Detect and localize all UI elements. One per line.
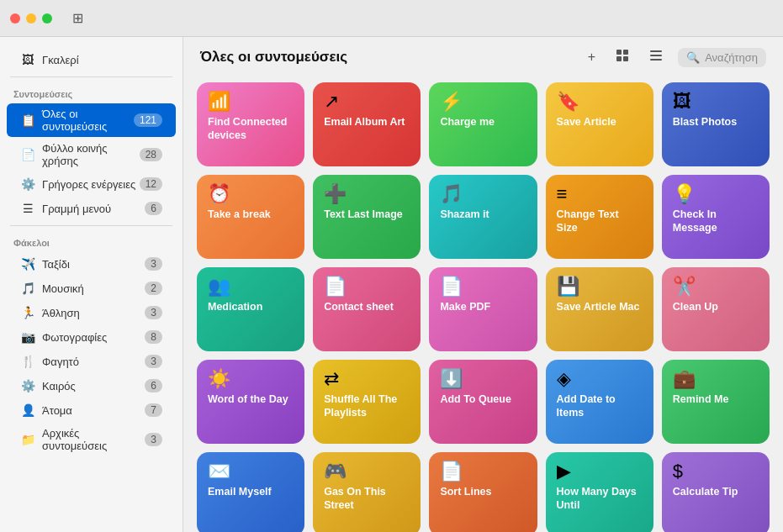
sidebar-item-people[interactable]: 👤 Άτομα 7 (7, 398, 176, 422)
section-label-shortcuts: Συντομεύσεις (0, 82, 183, 103)
shortcut-card[interactable]: ≡Change Text Size (546, 175, 653, 259)
titlebar: ⊞ (0, 0, 783, 37)
shortcut-card[interactable]: 💼Remind Me (662, 360, 770, 444)
all-shortcuts-label: Όλες οι συντομεύσεις (42, 108, 134, 133)
main-content: Όλες οι συντομεύσεις + 🔍 Αναζήτηση 📶Find… (183, 37, 783, 532)
sidebar-item-quick-actions[interactable]: ⚙️ Γρήγορες ενέργειες 12 (7, 172, 176, 196)
minimize-button[interactable] (26, 13, 36, 24)
sidebar-item-music[interactable]: 🎵 Μουσική 2 (7, 277, 176, 300)
shortcut-card[interactable]: ⬇️Add To Queue (429, 360, 537, 444)
all-shortcuts-icon: 📋 (20, 113, 35, 128)
traffic-lights (10, 13, 52, 24)
card-icon: ⇄ (324, 370, 410, 388)
card-icon: 💾 (557, 277, 643, 296)
card-label: Blast Photos (673, 116, 759, 129)
shortcut-card[interactable]: 👥Medication (197, 267, 304, 351)
sidebar-toggle-button[interactable]: ⊞ (72, 10, 83, 26)
music-label: Μουσική (42, 282, 145, 295)
sidebar-item-shared-sheet[interactable]: 📄 Φύλλο κοινής χρήσης 28 (7, 138, 176, 171)
shortcuts-grid: 📶Find Connected devices↗Email Album Art⚡… (183, 77, 783, 532)
food-label: Φαγητό (42, 356, 145, 368)
sidebar-item-photos[interactable]: 📷 Φωτογραφίες 8 (7, 325, 176, 349)
card-label: Add Date to Items (557, 393, 643, 419)
card-icon: ≡ (557, 185, 643, 203)
sidebar-item-starter-shortcuts[interactable]: 📁 Αρχικές συντομεύσεις 3 (7, 423, 176, 456)
card-label: Shuffle All The Playlists (324, 393, 410, 419)
add-button[interactable]: + (583, 46, 600, 68)
sidebar-item-travel[interactable]: ✈️ Ταξίδι 3 (7, 252, 176, 276)
card-label: Charge me (440, 116, 526, 129)
search-box[interactable]: 🔍 Αναζήτηση (678, 48, 766, 67)
travel-icon: ✈️ (20, 256, 35, 271)
card-icon: ⬇️ (440, 370, 526, 388)
shortcut-card[interactable]: ✂️Clean Up (662, 267, 770, 351)
music-count: 2 (145, 282, 162, 295)
card-label: Find Connected devices (208, 116, 294, 142)
photos-label: Φωτογραφίες (42, 331, 145, 344)
shortcut-card[interactable]: ⇄Shuffle All The Playlists (313, 360, 421, 444)
shortcut-card[interactable]: 💡Check In Message (662, 175, 770, 259)
card-label: Check In Message (673, 208, 759, 234)
sidebar-item-menu-bar[interactable]: ☰ Γραμμή μενού 6 (7, 197, 176, 220)
sidebar-item-all-shortcuts[interactable]: 📋 Όλες οι συντομεύσεις 121 (7, 103, 176, 137)
shortcut-card[interactable]: 🎵Shazam it (429, 175, 537, 259)
shortcut-card[interactable]: $Calculate Tip (662, 452, 770, 532)
photos-count: 8 (145, 330, 162, 344)
card-label: Text Last Image (324, 208, 410, 222)
shortcut-card[interactable]: 🔖Save Article (546, 82, 653, 166)
search-icon: 🔍 (686, 51, 700, 64)
card-label: Gas On This Street (324, 486, 410, 512)
sports-icon: 🏃 (20, 305, 35, 320)
card-label: Add To Queue (440, 393, 526, 407)
gallery-icon: 🖼 (20, 52, 35, 67)
card-icon: ☀️ (208, 370, 294, 388)
shortcut-card[interactable]: ↗Email Album Art (313, 82, 421, 166)
svg-rect-0 (616, 50, 622, 55)
card-icon: 👥 (208, 277, 294, 296)
grid-view-button[interactable] (611, 45, 634, 69)
shortcut-card[interactable]: 📶Find Connected devices (197, 82, 304, 166)
shortcut-card[interactable]: ➕Text Last Image (313, 175, 421, 259)
card-icon: ⚡ (440, 92, 526, 111)
shared-sheet-count: 28 (140, 148, 162, 161)
weather-icon: ⚙️ (20, 378, 35, 393)
card-label: Calculate Tip (673, 486, 759, 499)
close-button[interactable] (10, 13, 20, 24)
weather-label: Καιρός (42, 380, 145, 392)
gallery-label: Γκαλερί (42, 54, 162, 66)
sidebar-item-sports[interactable]: 🏃 Άθληση 3 (7, 301, 176, 324)
card-label: Email Myself (208, 486, 294, 499)
shortcut-card[interactable]: ⏰Take a break (197, 175, 304, 259)
sidebar-item-food[interactable]: 🍴 Φαγητό 3 (7, 350, 176, 373)
maximize-button[interactable] (42, 13, 52, 24)
shortcut-card[interactable]: ▶How Many Days Until (546, 452, 653, 532)
shortcut-card[interactable]: ⚡Charge me (429, 82, 537, 166)
shortcut-card[interactable]: 💾Save Article Mac (546, 267, 653, 351)
shortcut-card[interactable]: 🎮Gas On This Street (313, 452, 421, 532)
quick-actions-icon: ⚙️ (20, 176, 35, 192)
sidebar-item-gallery[interactable]: 🖼 Γκαλερί (7, 48, 176, 71)
card-icon: 📄 (440, 462, 526, 481)
menu-bar-count: 6 (145, 202, 162, 215)
weather-count: 6 (145, 379, 162, 392)
travel-count: 3 (145, 257, 162, 271)
sidebar-divider-1 (10, 76, 172, 77)
list-view-button[interactable] (644, 45, 668, 69)
menu-bar-icon: ☰ (20, 201, 35, 216)
sidebar-item-weather[interactable]: ⚙️ Καιρός 6 (7, 374, 176, 398)
shortcut-card[interactable]: ☀️Word of the Day (197, 360, 304, 444)
svg-rect-5 (650, 55, 662, 56)
card-icon: ▶ (557, 462, 643, 481)
shortcut-card[interactable]: ✉️Email Myself (197, 452, 304, 532)
shortcut-card[interactable]: 📄Make PDF (429, 267, 537, 351)
shortcut-card[interactable]: 🖼Blast Photos (662, 82, 770, 166)
shared-sheet-label: Φύλλο κοινής χρήσης (42, 142, 140, 167)
people-icon: 👤 (20, 403, 35, 418)
shortcut-card[interactable]: ◈Add Date to Items (546, 360, 653, 444)
card-label: Clean Up (673, 301, 759, 314)
shortcut-card[interactable]: 📄Sort Lines (429, 452, 537, 532)
shortcut-card[interactable]: 📄Contact sheet (313, 267, 421, 351)
sports-label: Άθληση (42, 307, 145, 319)
search-placeholder: Αναζήτηση (705, 51, 758, 64)
photos-icon: 📷 (20, 329, 35, 345)
